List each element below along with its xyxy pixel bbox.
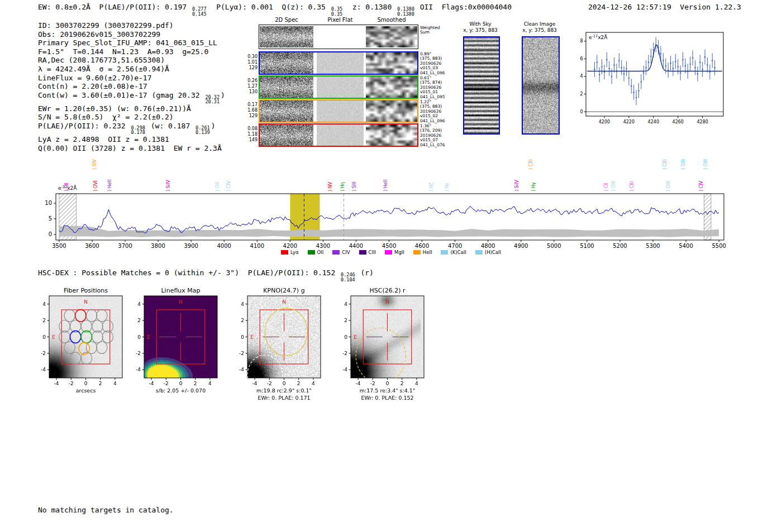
x-tick-label: 3800 [151,243,165,249]
cutout-x-tick: 4 [312,381,315,386]
info-line: λ = 4242.49Å σ = 2.56(±0.94)Å [38,65,225,74]
info-line: P(LAE)/P(OII): 0.232 0.2980.178 (w: 0.18… [38,122,225,135]
cutout-y-tick: 2 [137,318,141,323]
spectrum-legend: LyαOIICIVCIIIMgIIHeII(K)CaII(H)CaII [45,250,737,255]
info-line: F=1.5" T=0.144 N=1.23 A=0.93 g=25.0 [38,47,225,56]
text-segment: z: 0.1380 [344,3,396,11]
data-point [618,60,619,61]
2d-row-right-labels: 0.89"(375, 883)20190626v015_03041_LL_096 [420,52,452,75]
data-point [704,56,705,57]
emission-line-label: ) Hε [445,183,450,191]
info-line: LineFlux = 9.60(±2.70)e-17 [38,74,225,83]
sky-panel-coords: x, y: 375, 883 [517,27,562,33]
text-segment: HSC-DEX : Possible Matches = 0 (within +… [38,269,340,277]
legend-item: (H)CaII [475,250,501,255]
data-point [653,49,654,50]
2d-col-title: Pixel Flat [315,17,365,23]
data-point [675,61,676,62]
info-line: ID: 3003702299 (3003702299.pdf) [38,21,225,30]
y-tick-label: 10 [45,200,52,206]
info-line: S/N = 5.8(±0.5) χ² = 2.2(±0.2) [38,113,225,122]
data-point [712,60,713,61]
legend-label: CIV [342,250,350,255]
cutout-overlay: -4-4-2-2002244NE [233,282,331,404]
aperture-circle [265,308,307,356]
text-segment: RA,Dec (208.176773,51.655308) [38,56,165,64]
cutout-y-tick: -2 [239,351,244,356]
footer-line-1: No matching targets in catalog. [38,506,174,515]
x-tick-label: 3500 [52,243,66,249]
compass-e: E [147,334,150,340]
data-point [628,78,630,79]
cutout-x-tick: 0 [283,381,286,386]
emission-line-label: ) HeII [107,180,112,191]
cutout-frame [351,296,424,378]
x-tick-label: 5500 [712,243,726,249]
x-tick-label: 4800 [481,243,495,249]
x-tick-label: 4700 [448,243,462,249]
2d-row-left-labels: 0.081.18149 [246,126,258,143]
pixelflat-canvas [317,52,364,74]
emission-line-label: ) SiIV [514,180,519,191]
data-point [623,73,624,74]
cutout-footer: EWr: 0. PLAE: 0.171 [236,395,332,401]
footer-notes: No matching targets in catalog. Row inte… [38,488,174,532]
text-segment: P(LAE)/P(OII): 0.232 [38,122,130,130]
legend-label: CIII [369,250,376,255]
2d-row-left-labels: 0.261.27130 [246,78,258,95]
emission-line-label: ) OIII [666,181,671,191]
2d-row-left-labels: 0.171.68129 [246,102,258,119]
data-point [685,65,686,66]
cutout-panel-1: Fiber Positions-4-4-2-2002244NEarcsecs [35,282,132,404]
x-tick-label: 3900 [184,243,198,249]
compass-n: N [179,299,183,305]
emission-line-label: ) HeII [383,180,388,191]
weighted-2dspec-canvas [260,26,313,47]
legend-label: (K)CaII [450,250,466,255]
cutout-annotations [156,310,204,364]
legend-swatch [359,250,366,255]
text-segment: P(Lyα): 0.001 Q(z): 0.35 [208,3,330,11]
data-point [626,68,627,69]
text-segment: S/N = 5.8(±0.5) χ² = 2.2(±0.2) [38,113,174,121]
x-tick-label: 4000 [217,243,231,249]
data-point [648,61,649,63]
legend-item: CIV [332,250,350,255]
inset-y-tick: 6 [580,56,583,61]
cutout-x-tick: 2 [99,381,102,386]
cutout-x-tick: -2 [267,381,272,386]
cutout-annotations [356,310,412,384]
legend-label: OII [317,250,324,255]
cutout-y-tick: 0 [137,334,141,340]
cutout-overlay: -4-4-2-2002244NE [130,282,227,404]
elixer-report-page: EW: 0.8±0.2Å P(LAE)/P(OII): 0.197 0.2770… [0,0,782,532]
inset-y-tick: 0 [580,109,583,114]
data-point [638,90,639,91]
text-segment: Cont(n) = 2.20(±0.08)e-17 [38,82,147,90]
cutout-x-tick: -4 [149,381,154,386]
data-point [636,97,637,98]
fiber-circle [59,320,70,333]
text-segment: Cont(w) = 3.60(±0.01)e-17 (gmag 20.32 [38,91,204,99]
x-tick-label: 5100 [580,243,594,249]
fiber-circle [92,331,103,343]
data-point [601,66,602,67]
inset-x-tick: 4200 [599,119,610,124]
compass-n: N [84,299,88,305]
legend-label: MgII [394,250,404,255]
fiber-circle-highlight [70,331,80,343]
x-tick-label: 3700 [118,243,132,249]
cutout-xlabel: s/b: 2.05 +/- 0.070 [133,387,228,394]
text-segment: LyA z = 2.4898 OII z = 0.1381 [38,135,169,143]
legend-item: CIII [359,250,376,255]
fiber-circle-highlight [81,331,92,343]
cutout-x-tick: 2 [400,381,404,386]
2dspec-canvas [260,76,313,98]
emission-line-label: ) Hη [340,182,345,191]
emission-line-label: ) OIII [681,159,686,170]
legend-swatch [281,250,288,255]
cutout-x-tick: 2 [194,381,197,386]
legend-item: OII [308,250,324,255]
fiber-circle [59,331,70,343]
cutout-overlay: -4-4-2-2002244NE [35,282,132,404]
